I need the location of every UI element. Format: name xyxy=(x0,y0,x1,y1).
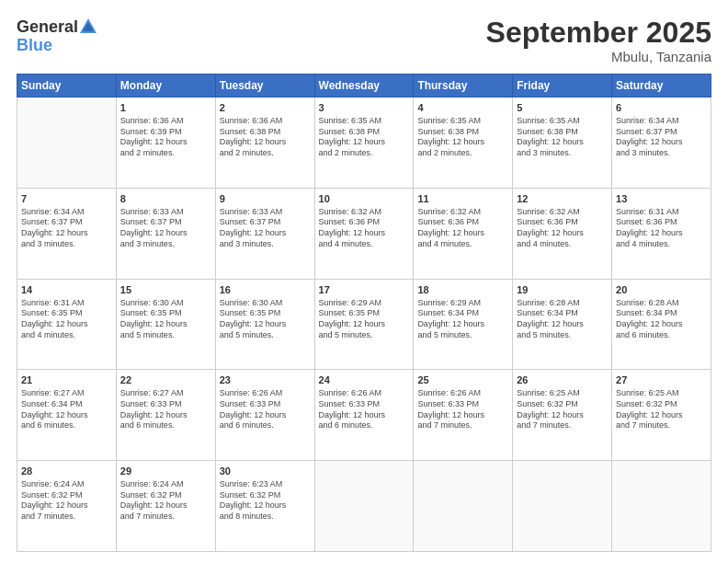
calendar-cell xyxy=(314,461,414,552)
calendar-cell: 26Sunrise: 6:25 AM Sunset: 6:32 PM Dayli… xyxy=(513,370,612,461)
day-number: 16 xyxy=(220,283,311,297)
day-info: Sunrise: 6:31 AM Sunset: 6:35 PM Dayligh… xyxy=(21,298,112,341)
calendar-cell: 30Sunrise: 6:23 AM Sunset: 6:32 PM Dayli… xyxy=(215,461,314,552)
day-number: 12 xyxy=(517,192,608,206)
calendar-cell: 25Sunrise: 6:26 AM Sunset: 6:33 PM Dayli… xyxy=(414,370,513,461)
day-number: 4 xyxy=(417,101,508,115)
logo-icon xyxy=(78,17,98,37)
day-info: Sunrise: 6:26 AM Sunset: 6:33 PM Dayligh… xyxy=(220,388,311,431)
day-number: 25 xyxy=(417,373,508,387)
day-number: 30 xyxy=(220,465,311,478)
day-number: 3 xyxy=(319,101,410,115)
day-info: Sunrise: 6:33 AM Sunset: 6:37 PM Dayligh… xyxy=(220,207,311,250)
day-number: 1 xyxy=(120,101,211,115)
calendar-table: SundayMondayTuesdayWednesdayThursdayFrid… xyxy=(17,74,711,552)
day-info: Sunrise: 6:35 AM Sunset: 6:38 PM Dayligh… xyxy=(319,116,410,159)
day-number: 9 xyxy=(220,192,311,206)
calendar-cell xyxy=(17,98,117,189)
day-info: Sunrise: 6:35 AM Sunset: 6:38 PM Dayligh… xyxy=(517,116,608,159)
day-info: Sunrise: 6:34 AM Sunset: 6:37 PM Dayligh… xyxy=(21,207,112,250)
day-number: 23 xyxy=(220,373,311,387)
day-number: 29 xyxy=(120,465,211,478)
calendar-cell xyxy=(612,461,711,552)
calendar-cell: 11Sunrise: 6:32 AM Sunset: 6:36 PM Dayli… xyxy=(414,188,513,279)
week-row-4: 21Sunrise: 6:27 AM Sunset: 6:34 PM Dayli… xyxy=(17,370,711,461)
day-info: Sunrise: 6:33 AM Sunset: 6:37 PM Dayligh… xyxy=(120,207,211,250)
calendar-cell: 22Sunrise: 6:27 AM Sunset: 6:33 PM Dayli… xyxy=(116,370,215,461)
calendar-title: September 2025 xyxy=(486,17,711,49)
calendar-cell: 19Sunrise: 6:28 AM Sunset: 6:34 PM Dayli… xyxy=(513,279,612,370)
title-block: September 2025 Mbulu, Tanzania xyxy=(486,17,711,64)
page: General Blue September 2025 Mbulu, Tanza… xyxy=(0,0,728,563)
day-number: 10 xyxy=(319,192,410,206)
header: General Blue September 2025 Mbulu, Tanza… xyxy=(17,17,711,64)
calendar-cell: 20Sunrise: 6:28 AM Sunset: 6:34 PM Dayli… xyxy=(612,279,711,370)
weekday-header-row: SundayMondayTuesdayWednesdayThursdayFrid… xyxy=(17,75,711,98)
day-number: 7 xyxy=(21,192,112,206)
calendar-cell: 18Sunrise: 6:29 AM Sunset: 6:34 PM Dayli… xyxy=(414,279,513,370)
day-number: 17 xyxy=(319,283,410,297)
logo-blue: Blue xyxy=(17,37,52,53)
day-info: Sunrise: 6:27 AM Sunset: 6:34 PM Dayligh… xyxy=(21,388,112,431)
day-number: 19 xyxy=(517,283,608,297)
day-info: Sunrise: 6:26 AM Sunset: 6:33 PM Dayligh… xyxy=(417,388,508,431)
day-info: Sunrise: 6:36 AM Sunset: 6:39 PM Dayligh… xyxy=(120,116,211,159)
week-row-3: 14Sunrise: 6:31 AM Sunset: 6:35 PM Dayli… xyxy=(17,279,711,370)
day-info: Sunrise: 6:24 AM Sunset: 6:32 PM Dayligh… xyxy=(21,479,112,523)
calendar-cell: 14Sunrise: 6:31 AM Sunset: 6:35 PM Dayli… xyxy=(17,279,117,370)
day-number: 27 xyxy=(616,373,707,387)
calendar-cell: 24Sunrise: 6:26 AM Sunset: 6:33 PM Dayli… xyxy=(314,370,414,461)
day-number: 11 xyxy=(417,192,508,206)
day-info: Sunrise: 6:25 AM Sunset: 6:32 PM Dayligh… xyxy=(616,388,707,431)
weekday-header-sunday: Sunday xyxy=(17,75,117,98)
week-row-5: 28Sunrise: 6:24 AM Sunset: 6:32 PM Dayli… xyxy=(17,461,711,552)
calendar-cell: 21Sunrise: 6:27 AM Sunset: 6:34 PM Dayli… xyxy=(17,370,117,461)
weekday-header-thursday: Thursday xyxy=(414,75,513,98)
calendar-cell: 10Sunrise: 6:32 AM Sunset: 6:36 PM Dayli… xyxy=(314,188,414,279)
day-info: Sunrise: 6:29 AM Sunset: 6:35 PM Dayligh… xyxy=(319,298,410,341)
calendar-cell: 7Sunrise: 6:34 AM Sunset: 6:37 PM Daylig… xyxy=(17,188,117,279)
day-number: 18 xyxy=(417,283,508,297)
calendar-cell: 1Sunrise: 6:36 AM Sunset: 6:39 PM Daylig… xyxy=(116,98,215,189)
weekday-header-tuesday: Tuesday xyxy=(215,75,314,98)
day-info: Sunrise: 6:23 AM Sunset: 6:32 PM Dayligh… xyxy=(220,479,311,523)
day-info: Sunrise: 6:30 AM Sunset: 6:35 PM Dayligh… xyxy=(220,298,311,341)
day-number: 15 xyxy=(120,283,211,297)
calendar-subtitle: Mbulu, Tanzania xyxy=(486,49,711,64)
day-number: 20 xyxy=(616,283,707,297)
weekday-header-wednesday: Wednesday xyxy=(314,75,414,98)
day-info: Sunrise: 6:26 AM Sunset: 6:33 PM Dayligh… xyxy=(319,388,410,431)
calendar-cell: 27Sunrise: 6:25 AM Sunset: 6:32 PM Dayli… xyxy=(612,370,711,461)
logo: General Blue xyxy=(17,17,98,53)
day-info: Sunrise: 6:32 AM Sunset: 6:36 PM Dayligh… xyxy=(417,207,508,250)
day-number: 5 xyxy=(517,101,608,115)
day-info: Sunrise: 6:36 AM Sunset: 6:38 PM Dayligh… xyxy=(220,116,311,159)
day-number: 28 xyxy=(21,465,112,478)
calendar-cell: 17Sunrise: 6:29 AM Sunset: 6:35 PM Dayli… xyxy=(314,279,414,370)
calendar-cell: 28Sunrise: 6:24 AM Sunset: 6:32 PM Dayli… xyxy=(17,461,117,552)
day-number: 2 xyxy=(220,101,311,115)
calendar-cell: 2Sunrise: 6:36 AM Sunset: 6:38 PM Daylig… xyxy=(215,98,314,189)
calendar-cell: 13Sunrise: 6:31 AM Sunset: 6:36 PM Dayli… xyxy=(612,188,711,279)
day-number: 22 xyxy=(120,373,211,387)
day-number: 13 xyxy=(616,192,707,206)
week-row-2: 7Sunrise: 6:34 AM Sunset: 6:37 PM Daylig… xyxy=(17,188,711,279)
week-row-1: 1Sunrise: 6:36 AM Sunset: 6:39 PM Daylig… xyxy=(17,98,711,189)
calendar-cell: 8Sunrise: 6:33 AM Sunset: 6:37 PM Daylig… xyxy=(116,188,215,279)
day-info: Sunrise: 6:29 AM Sunset: 6:34 PM Dayligh… xyxy=(417,298,508,341)
calendar-cell: 4Sunrise: 6:35 AM Sunset: 6:38 PM Daylig… xyxy=(414,98,513,189)
calendar-cell xyxy=(414,461,513,552)
day-info: Sunrise: 6:32 AM Sunset: 6:36 PM Dayligh… xyxy=(319,207,410,250)
calendar-cell: 23Sunrise: 6:26 AM Sunset: 6:33 PM Dayli… xyxy=(215,370,314,461)
calendar-cell: 16Sunrise: 6:30 AM Sunset: 6:35 PM Dayli… xyxy=(215,279,314,370)
day-info: Sunrise: 6:35 AM Sunset: 6:38 PM Dayligh… xyxy=(417,116,508,159)
calendar-cell xyxy=(513,461,612,552)
day-number: 14 xyxy=(21,283,112,297)
calendar-cell: 5Sunrise: 6:35 AM Sunset: 6:38 PM Daylig… xyxy=(513,98,612,189)
weekday-header-friday: Friday xyxy=(513,75,612,98)
weekday-header-saturday: Saturday xyxy=(612,75,711,98)
weekday-header-monday: Monday xyxy=(116,75,215,98)
calendar-cell: 12Sunrise: 6:32 AM Sunset: 6:36 PM Dayli… xyxy=(513,188,612,279)
day-number: 21 xyxy=(21,373,112,387)
day-info: Sunrise: 6:32 AM Sunset: 6:36 PM Dayligh… xyxy=(517,207,608,250)
